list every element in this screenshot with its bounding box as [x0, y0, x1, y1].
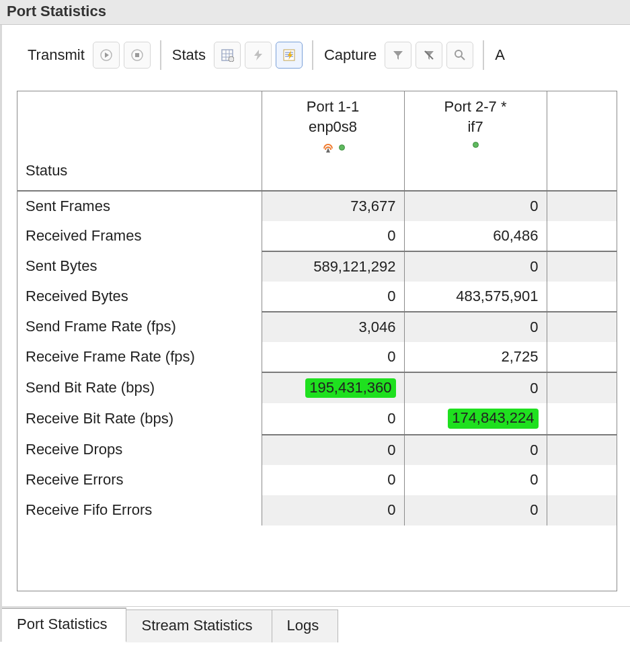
grid-icon [221, 48, 234, 62]
capture-start-button[interactable] [385, 42, 411, 69]
stat-label: Received Bytes [17, 282, 262, 312]
port-2-name: Port 2-7 * [413, 97, 539, 117]
svg-point-19 [455, 50, 462, 57]
stat-label: Sent Frames [17, 191, 262, 221]
table-row: Sent Bytes589,121,2920 [17, 251, 617, 282]
stats-header-row: Status Port 1-1 enp0s8 [17, 91, 617, 191]
stat-value-port-1[interactable]: 0 [262, 465, 404, 495]
stat-value-port-1[interactable]: 0 [262, 342, 404, 372]
stats-clear-button[interactable] [245, 42, 272, 69]
stat-value-port-2[interactable]: 0 [404, 495, 547, 526]
funnel-x-icon [423, 49, 435, 61]
toolbar-trailing-label: A [495, 46, 505, 64]
table-row: Received Frames060,486 [17, 221, 617, 251]
header-empty [547, 91, 617, 191]
magnifier-icon [454, 49, 466, 61]
table-row: Send Frame Rate (fps)3,0460 [17, 312, 617, 342]
svg-line-20 [461, 56, 465, 60]
stat-value-empty [547, 403, 617, 434]
table-row: Receive Fifo Errors00 [17, 495, 617, 526]
capture-view-button[interactable] [446, 42, 473, 69]
stop-icon [131, 49, 143, 61]
radio-icon [321, 142, 335, 153]
toolbar: Transmit Stats [17, 38, 630, 72]
toolbar-stats-label: Stats [172, 46, 206, 64]
toolbar-separator [160, 40, 161, 70]
stat-value-port-2[interactable]: 0 [404, 251, 547, 282]
toolbar-separator [483, 40, 484, 70]
stat-label: Receive Bit Rate (bps) [17, 403, 262, 434]
stats-table: Status Port 1-1 enp0s8 [17, 91, 617, 526]
table-row: Received Bytes0483,575,901 [17, 282, 617, 312]
svg-marker-21 [326, 148, 330, 153]
table-row: Receive Drops00 [17, 435, 617, 465]
stat-value-port-2[interactable]: 0 [404, 465, 547, 495]
stat-value-port-2[interactable]: 60,486 [404, 221, 547, 251]
transmit-play-button[interactable] [93, 42, 120, 69]
stat-label: Sent Bytes [17, 251, 262, 282]
toolbar-separator [312, 40, 313, 70]
stat-value-port-1[interactable]: 589,121,292 [262, 251, 404, 282]
window-title: Port Statistics [0, 0, 630, 25]
capture-stop-button[interactable] [416, 42, 442, 69]
stat-value-port-2[interactable]: 483,575,901 [404, 282, 547, 312]
stat-value-port-1[interactable]: 3,046 [262, 312, 404, 342]
stat-value-port-1[interactable]: 0 [262, 435, 404, 465]
stats-grid-button[interactable] [214, 42, 241, 69]
header-port-1[interactable]: Port 1-1 enp0s8 [262, 91, 404, 191]
bottom-tab-bar: Port Statistics Stream Statistics Logs [2, 606, 630, 642]
stat-value-empty [547, 435, 617, 465]
table-row: Receive Frame Rate (fps)02,725 [17, 342, 617, 372]
table-row: Receive Errors00 [17, 465, 617, 495]
stat-value-port-1[interactable]: 0 [262, 403, 404, 434]
stat-label: Send Frame Rate (fps) [17, 312, 262, 342]
stat-value-port-1[interactable]: 0 [262, 282, 404, 312]
funnel-icon [392, 49, 404, 61]
header-port-2[interactable]: Port 2-7 * if7 [404, 91, 547, 191]
table-row: Receive Bit Rate (bps)0174,843,224 [17, 403, 617, 434]
port-1-status-icons [270, 142, 396, 153]
stat-value-port-2[interactable]: 2,725 [404, 342, 547, 372]
stat-value-empty [547, 495, 617, 526]
svg-marker-10 [254, 50, 262, 60]
stat-value-empty [547, 465, 617, 495]
stat-value-port-2[interactable]: 0 [404, 372, 547, 403]
status-label: Status [26, 162, 67, 179]
stat-value-port-1[interactable]: 73,677 [262, 191, 404, 221]
svg-rect-3 [135, 53, 139, 57]
svg-point-9 [229, 56, 234, 62]
stat-value-port-1[interactable]: 0 [262, 221, 404, 251]
port-2-status-icons [413, 142, 539, 148]
svg-marker-1 [105, 52, 109, 58]
stat-label: Received Frames [17, 221, 262, 251]
stat-label: Receive Errors [17, 465, 262, 495]
toolbar-transmit-label: Transmit [28, 46, 85, 64]
sheet-bolt-icon [282, 48, 296, 62]
status-dot-icon [339, 144, 345, 151]
port-1-name: Port 1-1 [270, 97, 396, 117]
stat-value-port-2[interactable]: 0 [404, 191, 547, 221]
stat-value-empty [547, 372, 617, 403]
tab-port-statistics[interactable]: Port Statistics [2, 607, 126, 642]
stat-label: Receive Frame Rate (fps) [17, 342, 262, 372]
stat-value-port-1[interactable]: 0 [262, 495, 404, 526]
stat-label: Receive Drops [17, 435, 262, 465]
stat-value-port-2[interactable]: 0 [404, 435, 547, 465]
stats-table-wrap[interactable]: Status Port 1-1 enp0s8 [17, 91, 617, 591]
stat-value-port-1[interactable]: 195,431,360 [262, 372, 404, 403]
stat-value-port-2[interactable]: 0 [404, 312, 547, 342]
stat-value-empty [547, 191, 617, 221]
transmit-stop-button[interactable] [124, 42, 151, 69]
stat-value-port-2[interactable]: 174,843,224 [404, 403, 547, 434]
stat-label: Receive Fifo Errors [17, 495, 262, 526]
stat-value-empty [547, 282, 617, 312]
content-pane: Transmit Stats [0, 25, 630, 642]
header-status-cell: Status [17, 91, 262, 191]
table-row: Send Bit Rate (bps)195,431,3600 [17, 372, 617, 403]
stat-value-empty [547, 342, 617, 372]
port-2-iface: if7 [413, 117, 539, 137]
tab-stream-statistics[interactable]: Stream Statistics [126, 610, 272, 642]
stats-refresh-button[interactable] [276, 42, 303, 69]
tab-logs[interactable]: Logs [272, 610, 339, 642]
stat-value-empty [547, 221, 617, 251]
